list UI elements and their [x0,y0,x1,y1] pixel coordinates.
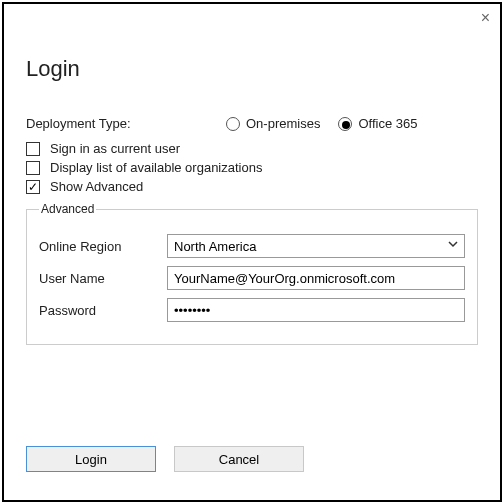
cancel-button[interactable]: Cancel [174,446,304,472]
deployment-type-row: Deployment Type: On-premises Office 365 [26,116,478,131]
online-region-select[interactable] [167,234,465,258]
online-region-input[interactable] [167,234,465,258]
checkbox-sign-in-current-user[interactable]: Sign in as current user [26,141,478,156]
username-label: User Name [39,271,167,286]
online-region-row: Online Region [39,234,465,258]
deployment-type-label: Deployment Type: [26,116,226,131]
close-icon[interactable]: × [481,10,490,26]
checkbox-display-orgs[interactable]: Display list of available organizations [26,160,478,175]
password-row: Password [39,298,465,322]
checkbox-icon [26,161,40,175]
checkbox-label: Display list of available organizations [50,160,262,175]
radio-label: Office 365 [358,116,417,131]
checkbox-label: Show Advanced [50,179,143,194]
radio-on-premises[interactable]: On-premises [226,116,320,131]
radio-icon [226,117,240,131]
radio-icon [338,117,352,131]
username-input[interactable] [167,266,465,290]
login-button[interactable]: Login [26,446,156,472]
online-region-label: Online Region [39,239,167,254]
checkbox-icon [26,142,40,156]
password-label: Password [39,303,167,318]
radio-label: On-premises [246,116,320,131]
checkbox-show-advanced[interactable]: Show Advanced [26,179,478,194]
checkbox-icon [26,180,40,194]
login-dialog: × Login Deployment Type: On-premises Off… [2,2,502,502]
page-title: Login [26,56,478,82]
advanced-legend: Advanced [39,202,96,216]
button-row: Login Cancel [26,446,304,472]
checkbox-label: Sign in as current user [50,141,180,156]
radio-office-365[interactable]: Office 365 [338,116,417,131]
advanced-group: Advanced Online Region User Name Passwor… [26,202,478,345]
username-row: User Name [39,266,465,290]
password-input[interactable] [167,298,465,322]
